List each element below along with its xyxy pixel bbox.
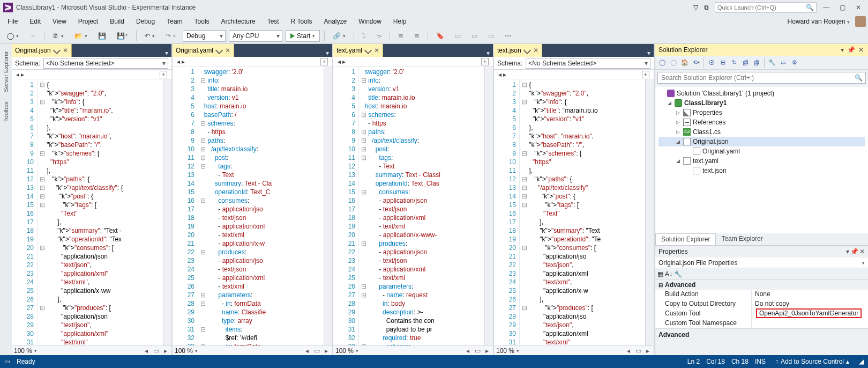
nav-list-icon[interactable]: ▭ xyxy=(634,347,642,355)
bookmark-button[interactable]: 🔖 xyxy=(432,30,448,42)
doc-tab[interactable]: text.yaml✕ xyxy=(333,44,383,57)
references-node[interactable]: ▷References xyxy=(659,117,865,127)
step-over-button[interactable]: ⤼ xyxy=(372,30,385,42)
panel-pin-button[interactable]: 📌 xyxy=(846,46,856,54)
scrollbar[interactable] xyxy=(645,79,654,345)
showall-icon[interactable]: 🗐 xyxy=(740,58,750,68)
prop-category[interactable]: Advanced xyxy=(665,281,695,289)
tab-overflow-button[interactable]: ▾ xyxy=(644,49,654,57)
prop-menu-button[interactable]: ▾ xyxy=(846,248,849,255)
menu-architecture[interactable]: Architecture xyxy=(216,17,261,26)
menu-view[interactable]: View xyxy=(47,17,72,26)
doc-tab[interactable]: Original.yaml✕ xyxy=(173,44,234,57)
prop-pin-button[interactable]: 📌 xyxy=(850,248,858,255)
start-button[interactable]: Start ▾ xyxy=(286,30,320,42)
indent-less-button[interactable]: ≣ xyxy=(394,30,407,42)
menu-file[interactable]: File xyxy=(2,17,23,26)
doc-tab[interactable]: Original.json✕ xyxy=(12,44,72,57)
zoom-level[interactable]: 100 % xyxy=(14,347,32,355)
prop-row[interactable]: Custom Tool Namespace xyxy=(655,319,868,328)
solution-node[interactable]: Solution 'ClassLibrary1' (1 project) xyxy=(659,89,865,98)
close-tab-icon[interactable]: ✕ xyxy=(374,47,379,54)
back-icon[interactable]: ◯ xyxy=(657,58,667,68)
quick-launch-input[interactable] xyxy=(717,4,803,11)
prop-close-button[interactable]: ✕ xyxy=(859,248,865,255)
text-yaml-node[interactable]: ◢text.yaml xyxy=(659,156,865,166)
original-yaml-node[interactable]: Original.yaml xyxy=(659,146,865,156)
zoom-level[interactable]: 100 % xyxy=(335,347,354,355)
prop-row[interactable]: Custom ToolOpenApi2_0JsonToYamlGenerator xyxy=(655,309,868,319)
schema-dropdown[interactable]: <No Schema Selected> xyxy=(43,58,168,69)
menu-project[interactable]: Project xyxy=(73,17,103,26)
undo-button[interactable]: ↶ ▾ xyxy=(141,30,159,42)
sidetab-toolbox[interactable]: Toolbox xyxy=(1,98,11,126)
pin-icon[interactable] xyxy=(53,47,61,54)
add-breadcrumb-button[interactable]: + xyxy=(160,71,167,78)
sidetab-server-explorer[interactable]: Server Explorer xyxy=(1,47,11,95)
user-name[interactable]: Howard van Rooijen xyxy=(788,18,845,25)
doc-tab[interactable]: text.json✕ xyxy=(494,44,542,57)
collapse-icon[interactable]: ⊟ xyxy=(718,58,728,68)
close-button[interactable]: ✕ xyxy=(852,4,865,11)
home-icon[interactable]: 🏠 xyxy=(680,58,690,68)
nav-prev-icon[interactable]: ◂ xyxy=(464,347,472,355)
comment-button[interactable]: ▭ xyxy=(451,30,465,42)
tab-team-explorer[interactable]: Team Explorer xyxy=(716,233,768,245)
add-breadcrumb-button[interactable]: + xyxy=(642,71,649,78)
browser-link-button[interactable]: 🔗 ▾ xyxy=(329,30,349,42)
fwd-icon[interactable]: ◯ xyxy=(669,58,678,68)
nav-fwd-button[interactable]: → xyxy=(26,30,40,42)
code-editor[interactable]: swagger: '2.0'⊟ info: version: v1 title:… xyxy=(359,67,484,345)
pin-icon[interactable] xyxy=(215,47,223,54)
menu-build[interactable]: Build xyxy=(104,17,130,26)
breadcrumb[interactable]: ◂ ▸ xyxy=(498,71,506,78)
tab-overflow-button[interactable]: ▾ xyxy=(162,49,171,57)
nav-next-icon[interactable]: ▸ xyxy=(483,347,491,355)
close-tab-icon[interactable]: ✕ xyxy=(225,47,230,54)
menu-help[interactable]: Help xyxy=(388,17,412,26)
prop-row[interactable]: Build ActionNone xyxy=(655,290,868,299)
preview-icon[interactable]: ▭ xyxy=(779,58,788,68)
schema-dropdown[interactable]: <No Schema Selected> xyxy=(526,58,650,69)
prop-row[interactable]: Copy to Output DirectoryDo not copy xyxy=(655,299,868,309)
maximize-button[interactable]: ▢ xyxy=(836,4,849,11)
alpha-sort-icon[interactable]: A↓ xyxy=(665,270,672,278)
code-editor[interactable]: ⊟ { "k">"swagger": "2.0",⊟ "k">"info": {… xyxy=(520,79,645,345)
config-dropdown[interactable]: Debug xyxy=(183,30,226,42)
uncomment-button[interactable]: ▭ xyxy=(468,30,481,42)
zoom-level[interactable]: 100 % xyxy=(496,347,514,355)
solution-search-input[interactable] xyxy=(657,72,866,84)
menu-window[interactable]: Window xyxy=(353,17,387,26)
avatar[interactable] xyxy=(855,16,866,27)
breadcrumb[interactable]: ◂ ▸ xyxy=(16,71,24,78)
properties-icon[interactable]: 🔧 xyxy=(767,58,777,68)
project-node[interactable]: ◢ClassLibrary1 xyxy=(659,98,865,108)
nav-next-icon[interactable]: ▸ xyxy=(644,347,652,355)
nav-back-button[interactable]: ◯ ▾ xyxy=(3,30,23,42)
new-project-button[interactable]: 🗎 ▾ xyxy=(49,30,68,42)
open-button[interactable]: 📂 ▾ xyxy=(71,30,91,42)
add-breadcrumb-button[interactable]: + xyxy=(320,58,328,65)
copy-icon[interactable]: 🗐 xyxy=(752,58,761,68)
save-button[interactable]: 💾 xyxy=(94,30,110,42)
tab-overflow-button[interactable]: ▾ xyxy=(483,49,493,57)
pin-icon[interactable] xyxy=(364,47,372,54)
code-editor[interactable]: ⊟ { "k">"swagger": "2.0",⊟ "k">"info": {… xyxy=(38,79,163,345)
panel-close-button[interactable]: ✕ xyxy=(857,46,865,54)
scrollbar[interactable] xyxy=(484,67,493,345)
categorize-icon[interactable]: ▦ xyxy=(657,270,663,278)
prop-wrench-icon[interactable]: 🔧 xyxy=(674,270,682,278)
toggle-button[interactable]: ▭ xyxy=(484,30,498,42)
scope-icon[interactable]: ⦿ xyxy=(707,58,716,68)
step-into-button[interactable]: ⤵ xyxy=(358,30,369,42)
original-json-node[interactable]: ◢Original.json xyxy=(659,137,865,146)
menu-analyze[interactable]: Analyze xyxy=(318,17,352,26)
nav-prev-icon[interactable]: ◂ xyxy=(303,347,311,355)
menu-test[interactable]: Test xyxy=(262,17,285,26)
panel-menu-button[interactable]: ▾ xyxy=(840,46,845,54)
menu-edit[interactable]: Edit xyxy=(24,17,46,26)
tab-solution-explorer[interactable]: Solution Explorer xyxy=(655,233,716,245)
properties-node[interactable]: ▷Properties xyxy=(659,108,865,117)
save-all-button[interactable]: 💾⁺ xyxy=(113,30,132,42)
close-tab-icon[interactable]: ✕ xyxy=(533,47,538,54)
